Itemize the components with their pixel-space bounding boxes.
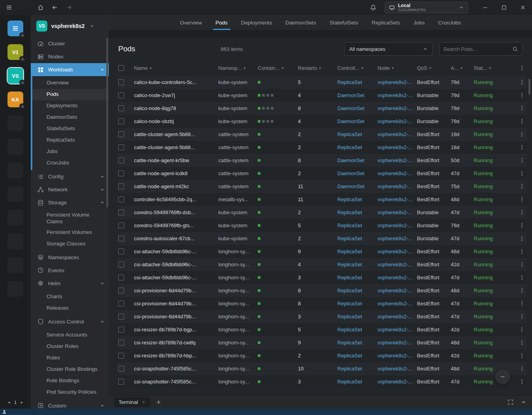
row-menu-kebab-icon[interactable] bbox=[519, 144, 525, 150]
row-checkbox[interactable] bbox=[118, 157, 124, 163]
sidebar-item-cluster[interactable]: Cluster bbox=[31, 37, 109, 50]
hotbar-next-icon[interactable]: ► bbox=[20, 400, 24, 404]
sidebar-subitem-overview[interactable]: Overview bbox=[32, 77, 109, 89]
pod-row[interactable]: calico-node-sbzbjkube-system4DaemonSetvs… bbox=[118, 115, 526, 128]
cluster-settings-gear-icon[interactable] bbox=[19, 32, 25, 38]
sidebar-item-access-control[interactable]: Access Control bbox=[31, 315, 109, 328]
table-scrollbar[interactable] bbox=[528, 79, 530, 95]
column-header-status[interactable]: Stat...▾ bbox=[474, 65, 503, 71]
row-checkbox[interactable] bbox=[118, 249, 124, 254]
column-header-name[interactable]: Name▾ bbox=[134, 65, 218, 71]
sidebar-item-config[interactable]: Config bbox=[31, 170, 109, 183]
row-menu-kebab-icon[interactable] bbox=[519, 379, 525, 385]
column-header-age[interactable]: A...▾ bbox=[451, 65, 474, 71]
sidebar-subitem-deployments[interactable]: Deployments bbox=[32, 100, 109, 112]
row-menu-kebab-icon[interactable] bbox=[519, 183, 525, 189]
row-checkbox[interactable] bbox=[118, 105, 124, 111]
sidebar-subitem-persistent-volumes[interactable]: Persistent Volumes bbox=[31, 227, 109, 238]
row-menu-kebab-icon[interactable] bbox=[519, 301, 525, 307]
sidebar-item-network[interactable]: Network bbox=[31, 183, 109, 196]
app-menu-icon[interactable] bbox=[5, 3, 13, 12]
row-checkbox[interactable] bbox=[118, 353, 124, 359]
row-menu-kebab-icon[interactable] bbox=[519, 340, 525, 346]
tab-cronjobs[interactable]: CronJobs bbox=[432, 15, 468, 30]
sidebar-cluster-header[interactable]: VS vspherek8s2 bbox=[31, 15, 109, 37]
row-menu-kebab-icon[interactable] bbox=[519, 222, 525, 228]
cluster-settings-gear-icon[interactable] bbox=[19, 103, 25, 109]
fullscreen-dock-icon[interactable] bbox=[508, 399, 513, 405]
row-checkbox[interactable] bbox=[118, 118, 124, 124]
row-menu-kebab-icon[interactable] bbox=[519, 157, 525, 163]
close-window-button[interactable] bbox=[519, 3, 527, 12]
pod-row[interactable]: csi-resizer-8b789b7d-bgp...longhorn-sy..… bbox=[118, 323, 526, 336]
row-checkbox[interactable] bbox=[118, 301, 124, 307]
tab-overview[interactable]: Overview bbox=[173, 15, 208, 30]
table-menu-kebab-icon[interactable] bbox=[519, 65, 525, 71]
rail-cluster-ka[interactable]: KA bbox=[7, 92, 23, 107]
row-menu-kebab-icon[interactable] bbox=[519, 131, 525, 137]
row-menu-kebab-icon[interactable] bbox=[519, 105, 525, 111]
row-menu-kebab-icon[interactable] bbox=[519, 92, 525, 98]
row-checkbox[interactable] bbox=[118, 288, 124, 293]
row-menu-kebab-icon[interactable] bbox=[519, 196, 525, 202]
maximize-button[interactable] bbox=[500, 3, 508, 12]
pod-row[interactable]: csi-snapshotter-745f585c...longhorn-sy..… bbox=[118, 375, 526, 388]
row-checkbox[interactable] bbox=[118, 170, 124, 176]
cluster-settings-gear-icon[interactable] bbox=[19, 80, 25, 86]
pod-row[interactable]: coredns-59499769fb-gts...kube-system5Rep… bbox=[118, 219, 526, 232]
tab-jobs[interactable]: Jobs bbox=[407, 15, 432, 30]
pod-row[interactable]: csi-snapshotter-745f585c...longhorn-sy..… bbox=[118, 362, 526, 375]
minimize-button[interactable] bbox=[481, 3, 489, 12]
search-input[interactable] bbox=[443, 46, 512, 52]
sidebar-subitem-persistent-volume-claims[interactable]: Persistent Volume Claims bbox=[31, 210, 109, 227]
rail-catalog-button[interactable] bbox=[7, 21, 23, 36]
pod-row[interactable]: csi-attacher-59db6bb96c-...longhorn-sy..… bbox=[118, 258, 526, 271]
sidebar-subitem-role-bindings[interactable]: Role Bindings bbox=[31, 375, 109, 387]
row-menu-kebab-icon[interactable] bbox=[519, 118, 525, 124]
sidebar-subitem-pods[interactable]: Pods bbox=[32, 89, 109, 100]
row-menu-kebab-icon[interactable] bbox=[519, 249, 525, 254]
tab-pods[interactable]: Pods bbox=[209, 15, 234, 30]
sidebar-scrollbar[interactable] bbox=[106, 38, 108, 208]
row-menu-kebab-icon[interactable] bbox=[519, 366, 525, 372]
column-header-node[interactable]: Node▾ bbox=[378, 65, 417, 71]
pod-row[interactable]: calico-kube-controllers-5c...kube-system… bbox=[118, 76, 526, 89]
pod-row[interactable]: csi-attacher-59db6bb96c-...longhorn-sy..… bbox=[118, 245, 526, 258]
row-menu-kebab-icon[interactable] bbox=[519, 262, 525, 267]
chevron-up-icon[interactable] bbox=[521, 399, 526, 405]
cluster-switcher[interactable]: Local CLOUDWKST01 bbox=[385, 2, 468, 13]
row-checkbox[interactable] bbox=[118, 314, 124, 320]
pod-row[interactable]: csi-resizer-8b789b7d-hbp...longhorn-sy..… bbox=[118, 349, 526, 362]
sidebar-subitem-roles[interactable]: Roles bbox=[31, 352, 109, 364]
sidebar-subitem-pod-security-policies[interactable]: Pod Security Policies bbox=[31, 387, 109, 398]
row-checkbox[interactable] bbox=[118, 131, 124, 137]
row-menu-kebab-icon[interactable] bbox=[519, 79, 525, 85]
row-checkbox[interactable] bbox=[118, 144, 124, 150]
user-icon[interactable] bbox=[2, 409, 7, 414]
pod-row[interactable]: cattle-cluster-agent-5b88...cattle-syste… bbox=[118, 141, 526, 154]
namespace-filter-select[interactable]: All namespaces bbox=[344, 42, 433, 56]
notifications-bell-icon[interactable] bbox=[369, 3, 378, 12]
sidebar-item-namespaces[interactable]: Namespaces bbox=[31, 251, 109, 264]
pod-row[interactable]: cattle-node-agent-lcdk8cattle-system2Dae… bbox=[118, 167, 526, 180]
column-header-qos[interactable]: QoS▾ bbox=[417, 65, 451, 71]
row-checkbox[interactable] bbox=[118, 379, 124, 385]
row-menu-kebab-icon[interactable] bbox=[519, 288, 525, 293]
sidebar-subitem-statefulsets[interactable]: StatefulSets bbox=[32, 123, 109, 135]
tab-daemonsets[interactable]: DaemonSets bbox=[279, 15, 323, 30]
sidebar-item-custom[interactable]: Custom bbox=[31, 399, 109, 409]
pod-row[interactable]: coredns-autoscaler-67cb...kube-system2Re… bbox=[118, 232, 526, 245]
row-checkbox[interactable] bbox=[118, 183, 124, 189]
sidebar-subitem-service-accounts[interactable]: Service Accounts bbox=[31, 329, 109, 341]
forward-icon[interactable] bbox=[65, 3, 73, 12]
row-checkbox[interactable] bbox=[118, 262, 124, 267]
pod-row[interactable]: controller-6c58495cbb-2q...metallb-sys..… bbox=[118, 193, 526, 206]
row-checkbox[interactable] bbox=[118, 79, 124, 85]
select-all-checkbox[interactable] bbox=[118, 65, 124, 71]
row-checkbox[interactable] bbox=[118, 275, 124, 280]
sidebar-item-nodes[interactable]: Nodes bbox=[31, 50, 109, 63]
row-checkbox[interactable] bbox=[118, 196, 124, 202]
row-menu-kebab-icon[interactable] bbox=[519, 314, 525, 320]
row-checkbox[interactable] bbox=[118, 327, 124, 333]
row-menu-kebab-icon[interactable] bbox=[519, 327, 525, 333]
